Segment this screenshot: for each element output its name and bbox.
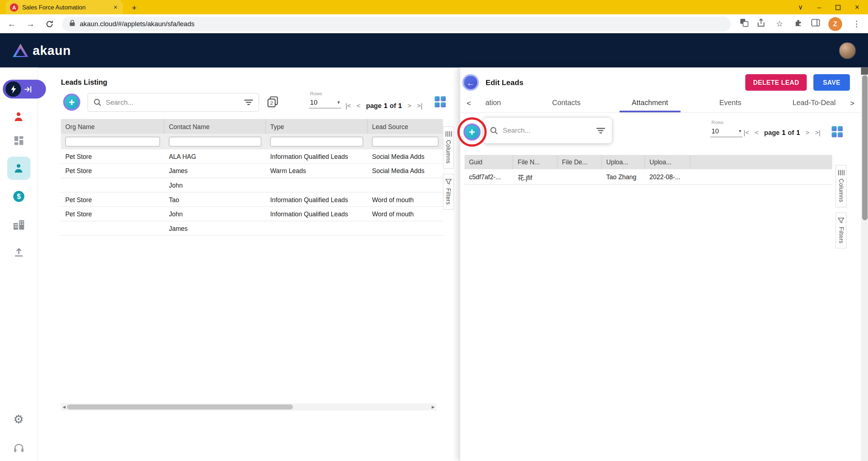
- akaun-logo[interactable]: akaun: [12, 43, 71, 58]
- svg-text:2: 2: [270, 100, 273, 106]
- sidebar-item-organization[interactable]: [7, 213, 30, 236]
- table-row[interactable]: John: [61, 178, 443, 193]
- sidebar-item-active-applet[interactable]: [3, 80, 46, 99]
- prev-page-button[interactable]: <: [755, 129, 759, 137]
- table-row[interactable]: Pet Store Tao Information Qualified Lead…: [61, 193, 443, 207]
- grid-view-button[interactable]: [829, 123, 845, 140]
- leads-search-box[interactable]: [87, 93, 259, 112]
- upload-icon: [13, 247, 24, 258]
- save-button[interactable]: SAVE: [813, 74, 850, 91]
- tabs-scroll-left-icon[interactable]: <: [465, 94, 473, 112]
- table-row[interactable]: c5df7af2-... 花.jfif Tao Zhang 2022-08-..…: [465, 169, 832, 185]
- translate-icon[interactable]: [740, 18, 748, 29]
- tab-organization[interactable]: ation: [473, 94, 513, 112]
- search-input[interactable]: [106, 99, 240, 106]
- page-title: Leads Listing: [61, 78, 107, 87]
- scrollbar-thumb[interactable]: [862, 75, 867, 220]
- table-row[interactable]: Pet Store John Information Qualified Lea…: [61, 207, 443, 221]
- columns-icon: [837, 170, 845, 175]
- grid-view-button[interactable]: [432, 93, 449, 110]
- prev-page-button[interactable]: <: [357, 102, 361, 109]
- browser-tab-strip: A Sales Force Automation × + ∨ – ×: [0, 0, 868, 15]
- back-button[interactable]: ←: [462, 74, 479, 91]
- tab-close-icon[interactable]: ×: [112, 3, 119, 11]
- filter-input[interactable]: [372, 137, 439, 147]
- leads-toolbar: + 2 Rows 10 ▾ |< < page 1: [55, 93, 453, 115]
- filter-input[interactable]: [169, 137, 261, 147]
- table-row[interactable]: Pet Store ALA HAG Information Qualified …: [61, 149, 443, 164]
- sidebar-item-leads-active[interactable]: [7, 157, 30, 180]
- rows-per-page-select[interactable]: 10 ▾: [710, 126, 742, 137]
- app-header: akaun: [0, 33, 868, 67]
- lock-icon: [69, 19, 75, 29]
- attachment-search-box[interactable]: [483, 118, 612, 143]
- browser-menu-icon[interactable]: ⋮: [851, 18, 863, 30]
- columns-toggle[interactable]: Columns: [836, 165, 847, 208]
- last-page-button[interactable]: >|: [815, 129, 820, 137]
- reload-icon[interactable]: [43, 18, 55, 30]
- address-bar[interactable]: akaun.cloud/#/applets/akaun/sfa/leads: [62, 16, 731, 31]
- pagination: |< < page 1 of 1 > >|: [744, 129, 821, 137]
- first-page-button[interactable]: |<: [744, 129, 749, 137]
- attachment-toolbar: + Rows 10 ▾ |< < page 1 of: [460, 116, 861, 148]
- add-lead-button[interactable]: +: [63, 93, 80, 111]
- sidebar-item-dashboard[interactable]: [7, 129, 30, 152]
- add-attachment-button[interactable]: +: [463, 123, 481, 140]
- bookmark-star-icon[interactable]: ☆: [773, 18, 785, 30]
- first-page-button[interactable]: |<: [346, 102, 351, 109]
- new-tab-button[interactable]: +: [132, 3, 136, 12]
- restore-icon[interactable]: [835, 5, 840, 10]
- filters-toggle[interactable]: Filters: [836, 212, 847, 248]
- scroll-left-icon[interactable]: ◀: [61, 405, 67, 409]
- minimize-icon[interactable]: –: [817, 3, 821, 11]
- tab-title: Sales Force Automation: [22, 4, 108, 11]
- filters-toggle[interactable]: Filters: [443, 174, 454, 210]
- column-header: Uploa...: [645, 155, 690, 169]
- user-avatar[interactable]: [839, 42, 856, 59]
- sidebar-item-finance[interactable]: $: [7, 185, 30, 208]
- sidebar-item-import[interactable]: [7, 241, 30, 264]
- next-page-button[interactable]: >: [407, 102, 411, 109]
- browser-profile-avatar[interactable]: Z: [828, 17, 842, 31]
- page-indicator: page 1 of 1: [764, 129, 800, 137]
- tab-attachment[interactable]: Attachment: [620, 94, 680, 112]
- rows-per-page-select[interactable]: 10 ▾: [309, 97, 341, 108]
- columns-toggle[interactable]: Columns: [443, 126, 454, 169]
- close-icon[interactable]: ×: [855, 3, 859, 12]
- tab-events[interactable]: Events: [707, 94, 753, 112]
- delete-lead-button[interactable]: DELETE LEAD: [745, 74, 807, 91]
- tab-contacts[interactable]: Contacts: [540, 94, 593, 112]
- search-input[interactable]: [503, 127, 592, 135]
- next-page-button[interactable]: >: [805, 129, 809, 137]
- window-menu-icon[interactable]: ∨: [798, 3, 803, 11]
- sidebar-item-red-applet[interactable]: [7, 105, 30, 128]
- scroll-right-icon[interactable]: ▶: [430, 405, 436, 409]
- browser-tab[interactable]: A Sales Force Automation ×: [5, 0, 123, 15]
- vertical-scrollbar[interactable]: [861, 68, 868, 461]
- filter-input[interactable]: [270, 137, 363, 147]
- table-row[interactable]: Pet Store James Warm Leads Social Media …: [61, 164, 443, 179]
- table-side-rail: Columns Filters: [443, 126, 454, 215]
- forward-icon[interactable]: →: [24, 18, 36, 30]
- last-page-button[interactable]: >|: [417, 102, 422, 109]
- column-header: File N...: [513, 155, 558, 169]
- sidebar-item-settings[interactable]: ⚙: [7, 408, 30, 431]
- sidebar-item-support[interactable]: [7, 436, 30, 459]
- tab-lead-to-deal[interactable]: Lead-To-Deal: [780, 94, 848, 112]
- extensions-icon[interactable]: [794, 18, 803, 29]
- duplicate-view-button[interactable]: 2: [267, 96, 279, 110]
- table-header-row: Org Name Contact Name Type Lead Source: [61, 119, 443, 134]
- horizontal-scrollbar[interactable]: ◀ ▶: [61, 404, 436, 411]
- scroll-up-button[interactable]: [861, 68, 868, 75]
- dashboard-icon: [13, 135, 24, 146]
- scrollbar-thumb[interactable]: [67, 405, 293, 410]
- column-header-filler: [690, 155, 832, 169]
- filter-list-icon[interactable]: [244, 99, 253, 105]
- side-panel-icon[interactable]: [811, 19, 820, 29]
- share-icon[interactable]: [757, 18, 765, 29]
- table-row[interactable]: James: [61, 221, 443, 236]
- filter-input[interactable]: [65, 137, 160, 147]
- filter-list-icon[interactable]: [596, 127, 605, 134]
- back-icon[interactable]: ←: [5, 18, 17, 30]
- tabs-scroll-right-icon[interactable]: >: [848, 94, 857, 112]
